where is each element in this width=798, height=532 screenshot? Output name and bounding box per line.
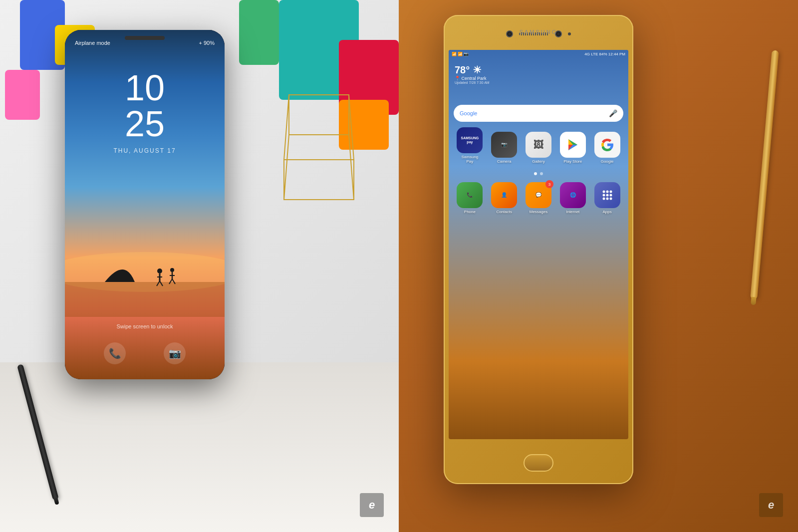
svg-rect-0 — [289, 95, 349, 135]
google-search-text: Google — [460, 110, 477, 116]
app-phone[interactable]: 📞 Phone — [457, 182, 483, 214]
svg-point-23 — [606, 191, 608, 193]
internet-icon: 🌐 — [560, 182, 586, 208]
app-contacts[interactable]: 👤 Contacts — [491, 182, 517, 214]
samsung-logo: SAMSUNG — [444, 29, 633, 35]
phone-left-screen: Airplane mode + 90% 10 25 THU, AUGUST 17 — [65, 30, 225, 379]
svg-rect-7 — [65, 282, 225, 317]
airplane-mode-text: Airplane mode — [75, 40, 110, 46]
phone-left-status-bar: Airplane mode + 90% — [75, 40, 215, 46]
phone-left: Airplane mode + 90% 10 25 THU, AUGUST 17 — [65, 30, 225, 379]
weather-location: 📍 Central Park — [455, 76, 490, 81]
engadget-watermark-left: e — [360, 493, 384, 517]
svg-point-28 — [602, 198, 605, 200]
dot-2 — [540, 172, 543, 175]
phone-icon-left: 📞 — [104, 342, 126, 364]
svg-point-29 — [606, 198, 608, 200]
app-row-1: SAMSUNGpay SamsungPay 📷 Camera 🖼 — [449, 127, 628, 164]
engadget-watermark-right: e — [759, 493, 783, 517]
apps-label: Apps — [602, 210, 611, 214]
svg-point-30 — [609, 198, 612, 200]
app-samsung-pay[interactable]: SAMSUNGpay SamsungPay — [457, 127, 483, 164]
internet-label: Internet — [566, 210, 579, 214]
svg-point-24 — [609, 191, 612, 193]
app-messages[interactable]: 💬 3 Messages — [526, 182, 551, 214]
left-panel: Airplane mode + 90% 10 25 THU, AUGUST 17 — [0, 0, 399, 532]
play-store-icon — [560, 132, 586, 158]
phone-left-bottom-icons: 📞 📷 — [65, 342, 225, 364]
svg-point-25 — [602, 194, 605, 197]
weather-widget: 78° ☀ 📍 Central Park Updated 7/28 7:30 A… — [455, 64, 490, 84]
apps-icon — [594, 182, 620, 208]
status-left-icons: 📶 📶 📷 — [452, 52, 469, 56]
phone-left-date: THU, AUGUST 17 — [65, 147, 225, 154]
silhouette-scene — [65, 227, 225, 317]
right-panel: SAMSUNG 📶 📶 📷 4G LTE 84% 12:44 PM 78° ☀ … — [399, 0, 798, 532]
weather-updated: Updated 7/28 7:30 AM — [455, 81, 490, 84]
phone-app-icon: 📞 — [457, 182, 483, 208]
svg-point-27 — [609, 194, 612, 197]
messages-badge: 3 — [545, 180, 553, 188]
contacts-label: Contacts — [496, 210, 512, 214]
wireframe-stand — [279, 90, 359, 210]
camera-app-icon: 📷 — [491, 132, 517, 158]
svg-rect-1 — [284, 160, 354, 200]
battery-text: + 90% — [199, 40, 215, 46]
weather-temp: 78° ☀ — [455, 64, 490, 76]
phone-label: Phone — [464, 210, 476, 214]
color-block-pink — [5, 70, 40, 120]
contacts-icon: 👤 — [491, 182, 517, 208]
phone-right-screen: 📶 📶 📷 4G LTE 84% 12:44 PM 78° ☀ 📍 Centra… — [449, 50, 628, 439]
app-apps[interactable]: Apps — [594, 182, 620, 214]
phone-right: SAMSUNG 📶 📶 📷 4G LTE 84% 12:44 PM 78° ☀ … — [444, 15, 633, 484]
play-store-label: Play Store — [563, 159, 582, 164]
time-hour: 10 — [65, 70, 225, 106]
camera-icon-left: 📷 — [164, 342, 186, 364]
mic-icon: 🎤 — [609, 109, 617, 117]
app-google[interactable]: Google — [594, 132, 620, 164]
color-block-green — [239, 0, 279, 65]
messages-label: Messages — [530, 210, 547, 214]
status-right-info: 4G LTE 84% 12:44 PM — [584, 52, 625, 56]
unlock-text: Swipe screen to unlock — [65, 323, 225, 329]
svg-point-13 — [170, 268, 174, 272]
samsung-pay-label: SamsungPay — [461, 155, 478, 164]
phone-notch — [125, 36, 165, 40]
time-minute: 25 — [65, 106, 225, 142]
samsung-pay-icon: SAMSUNGpay — [457, 127, 483, 153]
app-camera[interactable]: 📷 Camera — [491, 132, 517, 164]
camera-label: Camera — [497, 159, 511, 164]
google-search-bar[interactable]: Google 🎤 — [454, 105, 623, 122]
dot-1 — [534, 172, 537, 175]
dots-indicator — [449, 172, 628, 175]
messages-icon-wrapper: 💬 3 — [526, 182, 551, 208]
app-internet[interactable]: 🌐 Internet — [560, 182, 586, 214]
phone-left-time: 10 25 — [65, 70, 225, 142]
table-surface — [0, 362, 399, 532]
google-app-icon — [594, 132, 620, 158]
gallery-label: Gallery — [532, 159, 544, 164]
app-gallery[interactable]: 🖼 Gallery — [526, 132, 551, 164]
app-row-2: 📞 Phone 👤 Contacts 💬 3 Messag — [449, 182, 628, 214]
app-play-store[interactable]: Play Store — [560, 132, 586, 164]
svg-point-22 — [602, 191, 605, 193]
svg-point-26 — [606, 194, 608, 197]
gallery-icon: 🖼 — [526, 132, 551, 158]
right-status-bar: 📶 📶 📷 4G LTE 84% 12:44 PM — [452, 52, 625, 56]
svg-point-8 — [157, 268, 162, 273]
screen-content: 📶 📶 📷 4G LTE 84% 12:44 PM 78° ☀ 📍 Centra… — [449, 50, 628, 439]
home-button[interactable] — [524, 454, 553, 472]
google-label: Google — [601, 159, 614, 164]
